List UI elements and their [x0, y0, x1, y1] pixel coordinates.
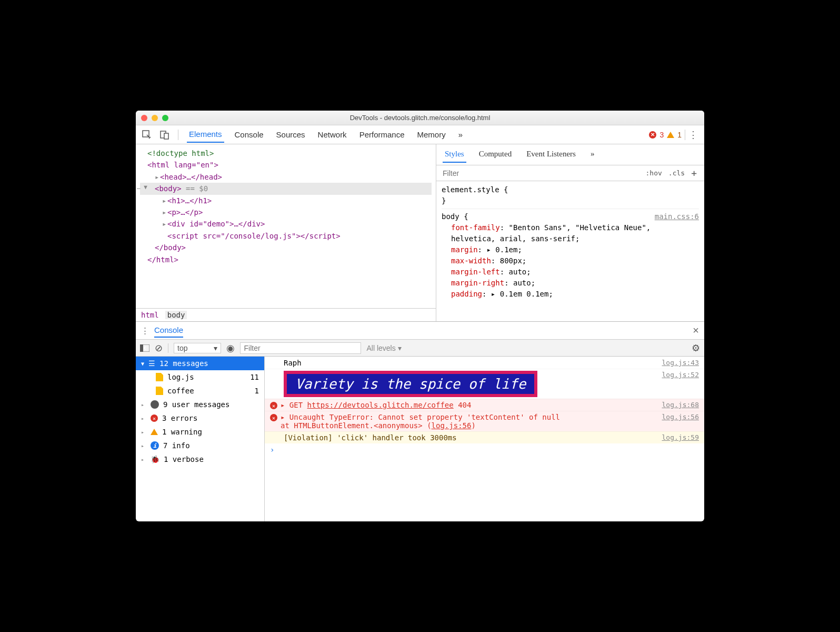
- drawer-menu-icon[interactable]: ⋮: [141, 326, 149, 335]
- menu-icon[interactable]: ⋮: [688, 129, 698, 141]
- dom-body-selected[interactable]: <body> == $0: [140, 183, 432, 194]
- tab-sources[interactable]: Sources: [274, 127, 307, 142]
- tab-memory[interactable]: Memory: [415, 127, 448, 142]
- dom-tree[interactable]: <!doctype html> <html lang="en"> ▸<head>…: [136, 144, 436, 308]
- chevron-down-icon: ▾: [214, 344, 217, 352]
- styles-panel: Styles Computed Event Listeners » :hov .…: [436, 144, 704, 321]
- svg-rect-4: [140, 344, 143, 352]
- element-style-close: }: [442, 195, 699, 206]
- log-message-styled[interactable]: Variety is the spice of life log.js:52: [265, 369, 704, 399]
- bug-icon: 🐞: [151, 455, 159, 463]
- error-icon[interactable]: ✕: [649, 131, 656, 139]
- console-drawer: ⋮ Console × ⊘ top▾ ◉ All levels ▾ ⚙ ▼ ☰: [136, 321, 704, 521]
- css-prop[interactable]: margin-right: auto;: [442, 278, 699, 289]
- styles-body[interactable]: element.style { } body { main.css:6 font…: [436, 181, 704, 321]
- css-prop[interactable]: margin: ▸ 0.1em;: [442, 244, 699, 255]
- drawer-tab-console[interactable]: Console: [154, 323, 183, 338]
- violation-message[interactable]: [Violation] 'click' handler took 3000ms …: [265, 431, 704, 443]
- source-link[interactable]: log.js:43: [662, 359, 699, 367]
- warning-icon[interactable]: [667, 132, 674, 138]
- sidebar-verbose[interactable]: ▸🐞 1 verbose: [136, 452, 264, 466]
- window-title: DevTools - devtools.glitch.me/console/lo…: [136, 114, 704, 122]
- dom-script[interactable]: <script src="/console/log.js"></script>: [140, 230, 432, 242]
- dom-head[interactable]: ▸<head>…</head>: [140, 171, 432, 183]
- source-link[interactable]: log.js:68: [662, 401, 699, 409]
- console-sidebar: ▼ ☰ 12 messages log.js11 coffee1 ▸ 9 use…: [136, 357, 265, 521]
- tab-styles[interactable]: Styles: [443, 146, 466, 163]
- source-link[interactable]: log.js:59: [662, 433, 699, 441]
- breadcrumb: html body: [136, 308, 436, 321]
- sidebar-messages[interactable]: ▼ ☰ 12 messages: [136, 357, 264, 370]
- css-prop[interactable]: padding: ▸ 0.1em 0.1em;: [442, 289, 699, 300]
- css-prop[interactable]: font-family: "Benton Sans", "Helvetica N…: [442, 222, 699, 244]
- tab-computed[interactable]: Computed: [477, 146, 514, 163]
- inspect-icon[interactable]: [142, 130, 152, 140]
- error-message[interactable]: ✕ ▸ Uncaught TypeError: Cannot set prope…: [265, 411, 704, 431]
- add-rule-button[interactable]: +: [688, 166, 700, 180]
- user-icon: [151, 400, 159, 409]
- divider: [178, 130, 178, 140]
- dom-html-close[interactable]: </html>: [140, 254, 432, 265]
- dom-p[interactable]: ▸<p>…</p>: [140, 206, 432, 218]
- dom-html-open[interactable]: <html lang="en">: [140, 159, 432, 171]
- console-filter-bar: ⊘ top▾ ◉ All levels ▾ ⚙: [136, 340, 704, 357]
- titlebar: DevTools - devtools.glitch.me/console/lo…: [136, 111, 704, 125]
- tab-network[interactable]: Network: [316, 127, 349, 142]
- sidebar-errors[interactable]: ▸✕ 3 errors: [136, 411, 264, 425]
- styles-tabs-overflow[interactable]: »: [588, 146, 597, 163]
- source-link[interactable]: log.js:56: [662, 413, 699, 421]
- tab-performance[interactable]: Performance: [357, 127, 407, 142]
- error-icon: ✕: [151, 414, 158, 422]
- source-link[interactable]: main.css:6: [655, 211, 699, 222]
- breadcrumb-html[interactable]: html: [141, 311, 159, 319]
- error-message[interactable]: ✕ ▸ GET https://devtools.glitch.me/coffe…: [265, 399, 704, 411]
- dom-doctype[interactable]: <!doctype html>: [140, 147, 432, 159]
- sidebar-info[interactable]: ▸i 7 info: [136, 439, 264, 452]
- dom-h1[interactable]: ▸<h1>…</h1>: [140, 195, 432, 206]
- tab-elements[interactable]: Elements: [187, 126, 224, 143]
- console-messages[interactable]: Raph log.js:43 Variety is the spice of l…: [265, 357, 704, 521]
- context-selector[interactable]: top▾: [174, 343, 221, 353]
- sidebar-user-messages[interactable]: ▸ 9 user messages: [136, 398, 264, 411]
- warning-icon: [151, 429, 158, 435]
- warning-count: 1: [677, 131, 682, 139]
- tab-console[interactable]: Console: [233, 127, 266, 142]
- info-icon: i: [151, 441, 159, 450]
- css-prop[interactable]: max-width: 800px;: [442, 255, 699, 266]
- hov-button[interactable]: :hov: [643, 168, 665, 178]
- elements-panel: <!doctype html> <html lang="en"> ▸<head>…: [136, 144, 436, 321]
- divider: [168, 343, 168, 353]
- levels-selector[interactable]: All levels ▾: [366, 344, 401, 352]
- tabs-overflow[interactable]: »: [456, 127, 465, 142]
- minimize-window-button[interactable]: [152, 115, 158, 121]
- zoom-window-button[interactable]: [162, 115, 168, 121]
- toggle-sidebar-icon[interactable]: [140, 344, 149, 352]
- sidebar-file-logjs[interactable]: log.js11: [136, 370, 264, 384]
- devtools-window: DevTools - devtools.glitch.me/console/lo…: [136, 111, 704, 521]
- source-link[interactable]: log.js:52: [662, 371, 699, 379]
- settings-icon[interactable]: ⚙: [692, 342, 700, 354]
- dom-div[interactable]: ▸<div id="demo">…</div>: [140, 218, 432, 230]
- console-prompt[interactable]: ›: [265, 443, 704, 456]
- dom-body-close[interactable]: </body>: [140, 242, 432, 253]
- sidebar-warnings[interactable]: ▸ 1 warning: [136, 425, 264, 439]
- clear-console-icon[interactable]: ⊘: [155, 342, 163, 354]
- error-icon: ✕: [270, 414, 277, 421]
- close-window-button[interactable]: [141, 115, 147, 121]
- styles-tabs: Styles Computed Event Listeners »: [436, 144, 704, 165]
- list-icon: ☰: [148, 359, 155, 368]
- css-prop[interactable]: margin-left: auto;: [442, 266, 699, 278]
- breadcrumb-body[interactable]: body: [165, 311, 187, 319]
- sidebar-file-coffee[interactable]: coffee1: [136, 384, 264, 398]
- close-drawer-icon[interactable]: ×: [693, 324, 699, 337]
- console-filter-input[interactable]: [240, 342, 361, 354]
- divider: [685, 130, 685, 140]
- eye-icon[interactable]: ◉: [226, 342, 235, 354]
- file-icon: [156, 387, 163, 395]
- device-icon[interactable]: [160, 130, 169, 140]
- log-message[interactable]: Raph log.js:43: [265, 357, 704, 369]
- styles-filter-input[interactable]: [441, 167, 643, 180]
- tab-event-listeners[interactable]: Event Listeners: [524, 146, 578, 163]
- element-style-open: element.style {: [442, 184, 699, 195]
- cls-button[interactable]: .cls: [665, 168, 688, 178]
